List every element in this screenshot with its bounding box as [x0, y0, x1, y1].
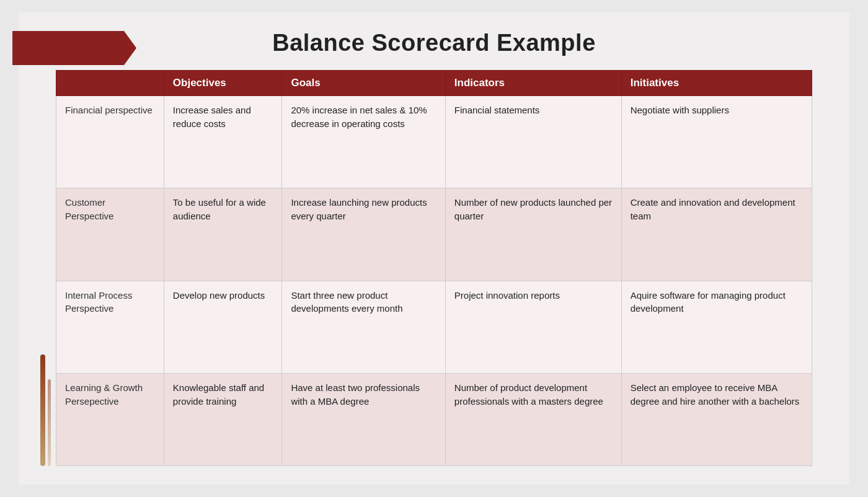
col-header-initiatives: Initiatives — [621, 71, 812, 96]
col-header-goals: Goals — [282, 71, 445, 96]
cell-initiatives: Negotiate with suppliers — [621, 96, 812, 188]
table-row: Financial perspectiveIncrease sales and … — [56, 96, 812, 188]
cell-objectives: Knowlegable staff and provide training — [164, 373, 282, 465]
table-row: Internal Process PerspectiveDevelop new … — [56, 281, 812, 373]
cell-goals: 20% increase in net sales & 10% decrease… — [282, 96, 445, 188]
cell-initiatives: Select an employee to receive MBA degree… — [621, 373, 812, 465]
cell-indicators: Number of new products launched per quar… — [445, 188, 621, 281]
scorecard-table: Objectives Goals Indicators Initiatives … — [56, 70, 812, 466]
slide: Balance Scorecard Example Objectives Goa… — [19, 12, 849, 485]
cell-perspective: Internal Process Perspective — [56, 281, 164, 373]
cell-objectives: Increase sales and reduce costs — [164, 96, 282, 188]
cell-perspective: Learning & Growth Persepective — [56, 373, 164, 465]
cell-goals: Start three new product developments eve… — [282, 281, 445, 373]
cell-perspective: Customer Perspective — [56, 188, 164, 281]
cell-indicators: Project innovation reports — [445, 281, 621, 373]
cell-indicators: Financial statements — [445, 96, 621, 188]
col-header-objectives: Objectives — [164, 71, 282, 96]
cell-goals: Increase launching new products every qu… — [282, 188, 445, 281]
arrow-banner — [12, 31, 136, 65]
cell-goals: Have at least two professionals with a M… — [282, 373, 445, 465]
cell-objectives: Develop new products — [164, 281, 282, 373]
page-title: Balance Scorecard Example — [56, 30, 812, 56]
cell-objectives: To be useful for a wide audience — [164, 188, 282, 281]
deco-line-left — [40, 354, 45, 466]
cell-initiatives: Create and innovation and development te… — [621, 188, 812, 281]
col-header-indicators: Indicators — [445, 71, 621, 96]
cell-perspective: Financial perspective — [56, 96, 164, 188]
col-header-perspective — [56, 71, 164, 96]
cell-initiatives: Aquire software for managing product dev… — [621, 281, 812, 373]
table-row: Customer PerspectiveTo be useful for a w… — [56, 188, 812, 281]
cell-indicators: Number of product development profession… — [445, 373, 621, 465]
table-row: Learning & Growth PersepectiveKnowlegabl… — [56, 373, 812, 465]
deco-line-left2 — [48, 379, 51, 466]
table-header-row: Objectives Goals Indicators Initiatives — [56, 71, 812, 96]
